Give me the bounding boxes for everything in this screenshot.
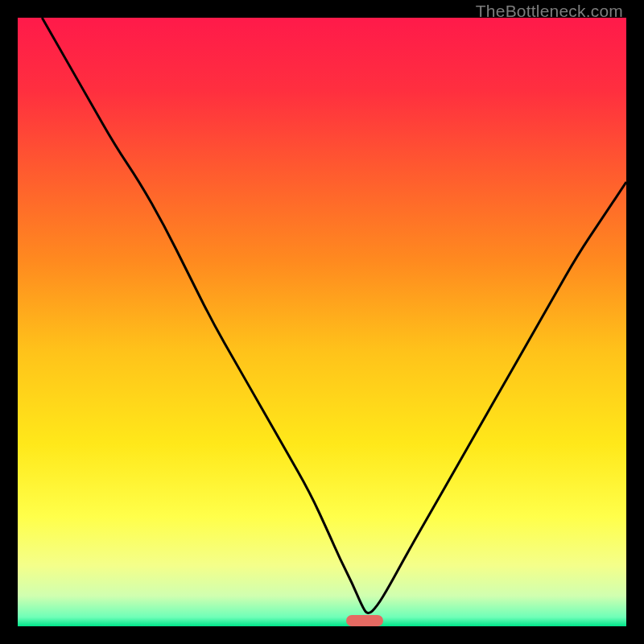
gradient-background <box>18 18 626 626</box>
optimal-point-marker <box>346 615 383 626</box>
watermark-text: TheBottleneck.com <box>476 2 623 21</box>
chart-frame <box>18 18 626 626</box>
bottleneck-chart <box>18 18 626 626</box>
